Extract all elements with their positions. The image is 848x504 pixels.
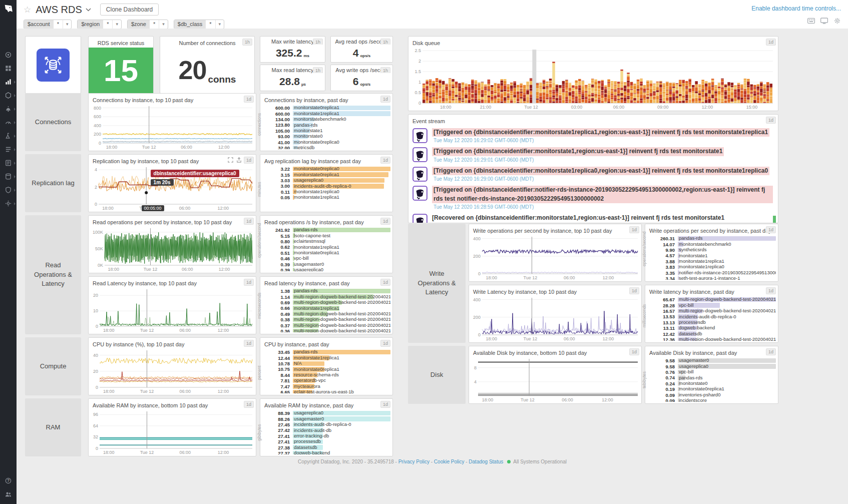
toplist-row[interactable]: 0.19monitorstate0replica1 — [653, 386, 776, 392]
toplist-row[interactable]: 9.58usagemaster0 — [653, 358, 776, 363]
toplist-row[interactable]: 3.22monitorstate0replica0 — [268, 166, 390, 172]
timeseries-chart[interactable]: 020040060080018:00Tue 1206:0012:00 — [90, 104, 255, 150]
toplist-row[interactable]: 14.07monitorstatebenchmark0 — [653, 241, 776, 247]
sidebar-item-monitors[interactable] — [0, 102, 17, 116]
share-icon[interactable] — [236, 157, 242, 163]
toplist-row[interactable]: 6.65eclair-test-aurora-us-east-1b — [268, 389, 390, 393]
event-row[interactable]: [Triggered on {dbinstanceidentifier:moni… — [408, 165, 778, 184]
toplist-row[interactable]: 0.09inventories-pshard0 — [653, 392, 776, 397]
toplist-row[interactable]: 93.00monitorstate0 — [268, 134, 390, 139]
toplist-row[interactable]: 12.44monitorstate1replica1 — [268, 355, 390, 360]
template-var-db-class[interactable]: $db_class*▾ — [174, 20, 224, 29]
sidebar-item-watchdog[interactable] — [0, 48, 17, 62]
keyboard-shortcuts-icon[interactable] — [807, 18, 815, 24]
toplist-row[interactable]: 27.42incidents-audit-db — [268, 427, 390, 433]
toplist-row[interactable]: 0.36multi-region-dogweb-backend-test-202… — [268, 328, 390, 332]
expand-icon[interactable] — [228, 157, 233, 163]
event-row[interactable]: [Triggered on {dbinstanceidentifier:noti… — [408, 184, 778, 212]
toplist-row[interactable]: 9.90syntheticsrds — [653, 247, 776, 253]
toplist-row[interactable]: 16.57multi-region-dogweb-backend-test-20… — [653, 308, 776, 314]
gear-icon[interactable] — [833, 18, 841, 24]
toplist-row[interactable]: 5.15lsoto-capone-test — [268, 233, 390, 238]
toplist-row[interactable]: 33.45pandas-rds — [268, 349, 390, 355]
favorite-star-icon[interactable]: ☆ — [24, 5, 31, 15]
sidebar-item-dashboards[interactable] — [0, 62, 17, 75]
toplist-row[interactable]: 0.74pandas-rds — [653, 375, 776, 380]
toplist-row[interactable]: 27.41processesdb — [268, 439, 390, 444]
toplist-row[interactable]: 7.81operatordb-vpc — [268, 378, 390, 383]
chevron-down-icon[interactable] — [86, 8, 91, 12]
toplist-row[interactable]: 27.37dogweb-backend — [268, 450, 390, 454]
toplist-row[interactable]: 3.35notifier-rds-instance-20190305222954… — [653, 270, 776, 275]
timeseries-chart[interactable]: 4818:00Tue 1206:0012:00 — [470, 356, 640, 402]
enable-time-controls-link[interactable]: Enable dashboard time controls... — [751, 5, 841, 12]
toplist-row[interactable]: 4.57monitorstate1 — [653, 253, 776, 258]
toplist-row[interactable]: 8.44resource-schema-rds — [268, 372, 390, 378]
event-title[interactable]: [Triggered on {dbinstanceidentifier:moni… — [432, 128, 769, 137]
event-title[interactable]: [Recovered on {dbinstanceidentifier:moni… — [432, 214, 724, 222]
toplist-row[interactable]: 88.26usagemaster0 — [268, 416, 390, 421]
toplist-row[interactable]: 0.39usagemaster0 — [268, 261, 390, 267]
toplist-row[interactable]: 12.42datasetsdb — [653, 331, 776, 336]
timeseries-chart[interactable]: 032649618:00Tue 1206:0012:00 — [90, 409, 255, 455]
event-title[interactable]: [Triggered on {dbinstanceidentifier:moni… — [432, 167, 769, 175]
toplist-row[interactable]: 27.38datasetsdb — [268, 444, 390, 450]
sidebar-item-synthetics[interactable] — [0, 129, 17, 143]
toplist-row[interactable]: 3.03usagereplica0 — [268, 178, 390, 183]
sidebar-item-settings[interactable] — [0, 197, 17, 210]
sidebar-item-apm[interactable] — [0, 116, 17, 129]
toplist-row[interactable]: 13.13processesdb — [653, 320, 776, 325]
help-icon[interactable]: ? — [0, 474, 17, 487]
toplist-row[interactable]: 3.83monitorstate1replica0 — [653, 264, 776, 270]
toplist-row[interactable]: 260.31pandas-rds — [653, 236, 776, 241]
event-title[interactable]: [Triggered on {dbinstanceidentifier:moni… — [432, 147, 724, 156]
toplist-row[interactable]: 0.05monitorstate1replica1 — [268, 195, 390, 200]
toplist-row[interactable]: 600.00monitorstate0replica1 — [268, 105, 390, 111]
toplist-row[interactable]: 0.62monitorstate1replica1 — [268, 244, 390, 250]
timeseries-chart[interactable]: 0102018:00Tue 1206:0012:00 — [90, 287, 255, 333]
event-row[interactable]: [Triggered on {dbinstanceidentifier:moni… — [408, 145, 778, 164]
toplist-row[interactable]: 0.38multi-region-dogweb-backend-test-202… — [268, 317, 390, 322]
toplist-row[interactable]: 0.76vpc-bill — [653, 369, 776, 375]
sidebar-item-logs[interactable] — [0, 156, 17, 170]
event-row[interactable]: [Triggered on {dbinstanceidentifier:moni… — [408, 126, 778, 145]
sidebar-item-security[interactable] — [0, 183, 17, 197]
privacy-policy-link[interactable]: Privacy Policy — [398, 459, 430, 464]
toplist-row[interactable]: 12.36multi-region-dogweb-backend-test-20… — [653, 337, 776, 341]
toplist-row[interactable]: 0.24monitorstate0 — [653, 381, 776, 386]
toplist-row[interactable]: 134.00monitorstatebenchmark0 — [268, 117, 390, 122]
toplist-row[interactable]: 10.75monitorstate0replica1 — [268, 366, 390, 372]
timeseries-chart[interactable]: 0K50K100K18:00Tue 1206:0012:00 — [90, 226, 255, 272]
toplist-row[interactable]: 0.49multi-region-dogweb-backend-test-202… — [268, 311, 390, 317]
toplist-row[interactable]: 0.80eclairtestmssql — [268, 239, 390, 244]
event-title[interactable]: [Triggered on {dbinstanceidentifier:noti… — [432, 186, 773, 203]
toplist-row[interactable]: 3.34seth-test-aurora-1-instance-1 — [653, 276, 776, 280]
sidebar-item-infrastructure[interactable] — [0, 89, 17, 102]
toplist-row[interactable]: 105.00monitorstate1 — [268, 128, 390, 134]
toplist-row[interactable]: 241.92pandas-rds — [268, 227, 390, 233]
toplist-row[interactable]: 32.00metricsdb — [268, 145, 390, 149]
toplist-row[interactable]: 0.11monitorstate1replica0 — [268, 189, 390, 195]
toplist-row[interactable]: 3.15monitorstate0replica1 — [268, 172, 390, 177]
toplist-row[interactable]: 0.37multi-region-dogweb-backend-test-202… — [268, 322, 390, 328]
cookie-policy-link[interactable]: Cookie Policy — [434, 459, 465, 464]
toplist-row[interactable]: 28.28vpc-bill — [653, 302, 776, 308]
toplist-row[interactable]: 10.78N/A — [268, 361, 390, 366]
event-row[interactable]: [Recovered on {dbinstanceidentifier:moni… — [408, 212, 778, 223]
toplist-row[interactable]: 9.58usagereplica0 — [653, 363, 776, 369]
toplist-row[interactable]: 600.00monitorstate1replica1 — [268, 111, 390, 116]
toplist-row[interactable]: 3.88monitorstate1replica1 — [653, 259, 776, 264]
timeseries-chart[interactable]: 020040018:00Tue 1206:0012:00 — [470, 234, 640, 280]
toplist-row[interactable]: 88.39usagereplica0 — [268, 410, 390, 416]
sidebar-item-notebooks[interactable] — [0, 143, 17, 156]
toplist-row[interactable]: 0.51monitorstate0replica1 — [268, 250, 390, 256]
toplist-row[interactable]: 1.14multi-region-dogweb-backend-test-202… — [268, 294, 390, 299]
toplist-row[interactable]: 0.69multi-region-dogweb-backend-test-202… — [268, 300, 390, 305]
template-var-account[interactable]: $account*▾ — [24, 20, 72, 29]
toplist-row[interactable]: 13.53incidents-audit-db-replica-0 — [653, 314, 776, 319]
toplist-row[interactable]: 27.45incidents-audit-db-replica-0 — [268, 422, 390, 427]
toplist-row[interactable]: 65.67multi-region-dogweb-backend-test-20… — [653, 297, 776, 302]
toplist-row[interactable]: 0.66monitorstate1replica1 — [268, 305, 390, 311]
toplist-row[interactable]: 3.00incidents-audit-db-replica-0 — [268, 183, 390, 189]
clone-dashboard-button[interactable]: Clone Dashboard — [100, 4, 159, 16]
